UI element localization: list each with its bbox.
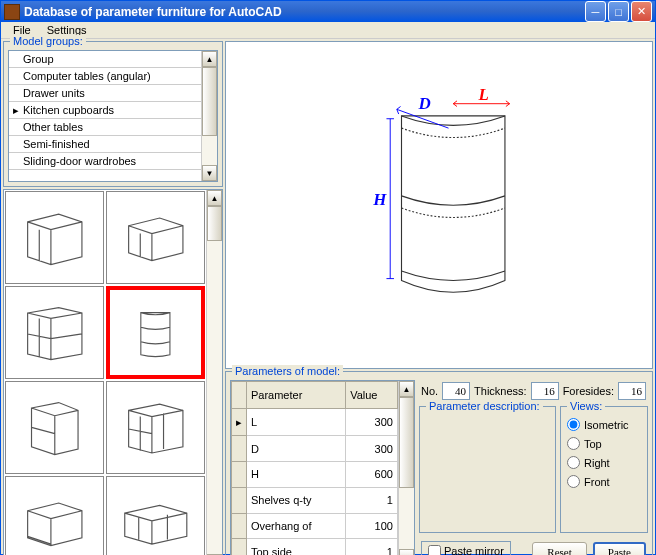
table-row[interactable]: H600 [231,462,397,488]
thumbnail-item[interactable] [5,191,104,284]
scroll-up-icon[interactable]: ▲ [399,381,414,397]
scroll-down-icon[interactable]: ▼ [399,549,414,555]
views-legend: Views: [567,400,605,412]
scroll-down-icon[interactable]: ▼ [202,165,217,181]
model-group-item[interactable]: Drawer units [9,85,201,102]
window-title: Database of parameter furniture for Auto… [24,5,583,19]
foresides-label: Foresides: [563,385,614,397]
thumbnail-grid: ▲ ▼ [3,189,223,555]
views-box: Views: Isometric Top Right Front [560,406,648,533]
param-description-legend: Parameter description: [426,400,543,412]
thumbnail-item-selected[interactable] [106,286,205,379]
thickness-field[interactable] [531,382,559,400]
menubar: File Settings [1,22,655,39]
scroll-thumb[interactable] [202,67,217,136]
thumbnail-item[interactable] [5,476,104,555]
close-button[interactable]: ✕ [631,1,652,22]
param-description-box: Parameter description: [419,406,556,533]
col-parameter: Parameter [246,382,345,409]
thumbnail-item[interactable] [106,381,205,474]
dim-h-label: H [372,190,387,209]
no-label: No. [421,385,438,397]
scroll-thumb[interactable] [207,206,222,241]
scroll-up-icon[interactable]: ▲ [207,190,222,206]
selected-arrow-icon: ▸ [13,104,23,117]
col-value: Value [346,382,398,409]
thumbnail-item[interactable] [106,476,205,555]
parameters-legend: Parameters of model: [232,365,343,377]
thumb-scrollbar[interactable]: ▲ ▼ [206,190,222,555]
model-groups-box: Model groups: Group Computer tables (ang… [3,41,223,187]
thumbnail-item[interactable] [5,381,104,474]
minimize-button[interactable]: ─ [585,1,606,22]
foresides-field[interactable] [618,382,646,400]
table-row[interactable]: Top side1 [231,539,397,555]
model-group-item[interactable]: Other tables [9,119,201,136]
view-front[interactable]: Front [565,472,643,491]
parameters-box: Parameters of model: ParameterValue ▸L30… [225,371,653,555]
dim-l-label: L [477,85,488,104]
param-scrollbar[interactable]: ▲ ▼ [398,381,414,555]
model-groups-list: Group Computer tables (angular) Drawer u… [8,50,218,182]
titlebar[interactable]: Database of parameter furniture for Auto… [1,1,655,22]
thumbnail-item[interactable] [106,191,205,284]
dim-d-label: D [417,94,430,113]
table-row[interactable]: Overhang of100 [231,513,397,539]
view-isometric[interactable]: Isometric [565,415,643,434]
maximize-button[interactable]: □ [608,1,629,22]
model-group-item[interactable]: ▸Kitchen cupboards [9,102,201,119]
reset-button[interactable]: Reset [532,542,586,556]
thumbnail-item[interactable] [5,286,104,379]
parameters-table: ParameterValue ▸L300 D300 H600 Shelves q… [230,380,415,555]
no-field[interactable] [442,382,470,400]
thickness-label: Thickness: [474,385,527,397]
model-group-item[interactable]: Sliding-door wardrobes [9,153,201,170]
list-scrollbar[interactable]: ▲ ▼ [201,51,217,181]
model-group-item[interactable]: Computer tables (angular) [9,68,201,85]
view-top[interactable]: Top [565,434,643,453]
scroll-thumb[interactable] [399,397,414,488]
app-icon [4,4,20,20]
view-right[interactable]: Right [565,453,643,472]
model-groups-legend: Model groups: [10,35,86,47]
table-row[interactable]: D300 [231,436,397,462]
model-group-item[interactable]: Semi-finished [9,136,201,153]
table-row[interactable]: Shelves q-ty1 [231,487,397,513]
paste-mirror-checkbox[interactable]: Paste mirror [421,541,511,555]
paste-button[interactable]: Paste [593,542,646,556]
model-preview: H D L [225,41,653,369]
scroll-up-icon[interactable]: ▲ [202,51,217,67]
model-group-item[interactable]: Group [9,51,201,68]
table-row[interactable]: ▸L300 [231,409,397,436]
